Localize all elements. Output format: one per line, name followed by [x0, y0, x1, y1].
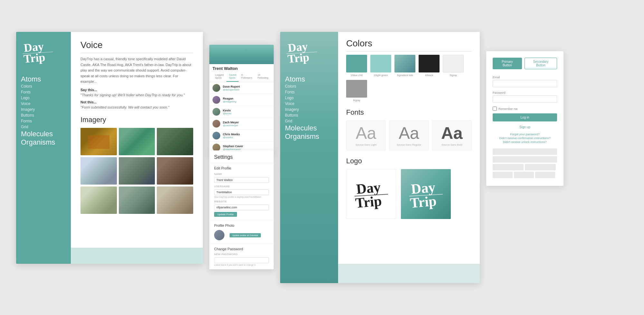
secondary-button[interactable]: Secondary Button	[525, 58, 557, 69]
new-password-input[interactable]	[214, 257, 269, 263]
swatch-box-mint	[370, 55, 391, 72]
change-password-section: Change Password New Password Leave blank…	[209, 243, 274, 269]
login-button[interactable]: Log in	[493, 113, 557, 121]
main-content-3: Colors 1/blue chill 2/light green 3/grad…	[338, 32, 480, 283]
sidebar-item-voice-1[interactable]: Voice	[21, 101, 66, 107]
name-input[interactable]	[214, 177, 269, 183]
settings-edit-profile: Edit Profile Name Username Your DayTrip …	[209, 163, 274, 220]
user-handle-zach: @zachmeyer	[223, 124, 270, 127]
avatar-kevin	[213, 108, 220, 116]
user-name-chris: Chris Meeks	[223, 133, 270, 136]
user-name-dave: Dave Rupert	[223, 85, 270, 88]
bottom-teal-3	[338, 264, 480, 283]
user-info-chris: Chris Meeks @meeks	[223, 133, 270, 139]
sidebar-3-voice[interactable]: Voice	[285, 101, 333, 107]
sidebar-3-fonts[interactable]: Fonts	[285, 89, 333, 95]
username-helper: Your DayTrip profile is daytrip.com/Tren…	[214, 196, 269, 198]
fonts-title: Fonts	[346, 108, 472, 117]
logo-white-bg-svg: Day Trip	[352, 175, 391, 214]
logo-area-3: Day Trip	[285, 38, 333, 65]
gray-block-row-1	[493, 148, 557, 155]
image-4	[80, 157, 117, 185]
image-7	[80, 186, 117, 214]
website-input[interactable]	[214, 205, 269, 210]
no-confirm-link[interactable]: Didn't receive confirmation instructions…	[493, 137, 557, 140]
tab-followers[interactable]: 6 Followers	[239, 72, 255, 82]
swatch-label-teal: 1/blue chill	[351, 74, 363, 77]
username-label: Username	[214, 185, 269, 188]
sidebar-3-logo[interactable]: Logo	[285, 95, 333, 101]
twitter-tabs-row: Logged Spots Saved Spots 6 Followers 14 …	[209, 72, 274, 82]
twitter-user-zach[interactable]: Zach Meyer @zachmeyer	[209, 118, 274, 130]
update-avatar-btn[interactable]: Update avatar at Gravatar	[230, 233, 261, 237]
password-input[interactable]	[493, 95, 557, 103]
say-quote: "Thanks for signing up! We'll holler whe…	[80, 93, 193, 97]
sidebar-molecules-1[interactable]: Molecules	[21, 130, 53, 138]
sidebar-item-logo-1[interactable]: Logo	[21, 95, 66, 101]
user-info-kevin: Kevin @kevin	[223, 109, 270, 115]
bottom-teal-1	[71, 248, 203, 264]
daytrip-logo-1: Day Trip	[21, 38, 56, 64]
nav-atoms-label: Atoms	[21, 75, 66, 83]
daytrip-logo-3: Day Trip	[285, 38, 320, 64]
username-input[interactable]	[214, 189, 269, 195]
sidebar-3-grid[interactable]: Grid	[285, 118, 333, 124]
no-unlock-link[interactable]: Didn't receive unlock instructions?	[493, 140, 557, 144]
sidebar-item-colors-1[interactable]: Colors	[21, 83, 66, 89]
swatch-black: 4/black	[419, 55, 440, 77]
image-3	[157, 128, 193, 155]
card-voice-imagery: Day Trip Atoms Colors Fonts Logo Voice I…	[16, 32, 203, 264]
avatar-chris	[213, 132, 220, 139]
avatar-dave	[213, 84, 220, 92]
swatch-box-lgray	[443, 55, 464, 72]
user-info-stephen: Stephen Caver @stephencaver	[223, 145, 270, 151]
update-profile-btn[interactable]: Update Profile	[214, 212, 237, 217]
sidebar-item-grid-1[interactable]: Grid	[21, 124, 66, 130]
font-card-light: Aa Source Sans Light	[346, 120, 386, 150]
twitter-user-chris[interactable]: Chris Meeks @meeks	[209, 130, 274, 142]
logo-box-teal: Day Trip	[401, 169, 451, 219]
twitter-user-kevin[interactable]: Kevin @kevin	[209, 106, 274, 118]
image-9	[157, 186, 193, 214]
gray-block-3b	[525, 164, 556, 170]
sidebar-item-buttons-1[interactable]: Buttons	[21, 112, 66, 118]
sidebar-item-forms-1[interactable]: Forms	[21, 118, 66, 124]
edit-profile-title: Edit Profile	[214, 166, 269, 170]
sidebar-3-buttons[interactable]: Buttons	[285, 112, 333, 118]
user-handle-kevin: @kevin	[223, 112, 270, 115]
sidebar-item-imagery-1[interactable]: Imagery	[21, 107, 66, 112]
font-name-regular: Source Sans Regular	[393, 143, 424, 146]
sidebar-organisms-1[interactable]: Organisms	[21, 138, 55, 146]
sidebar-3-colors[interactable]: Colors	[285, 83, 333, 89]
password-label: Password	[493, 91, 557, 94]
tab-logged-spots[interactable]: Logged Spots	[213, 72, 226, 82]
imagery-title: Imagery	[80, 116, 193, 124]
sign-up-link[interactable]: Sign up	[493, 125, 557, 129]
swatch-gray: 6/gray	[346, 80, 367, 102]
twitter-user-dave[interactable]: Dave Rupert @darupert000	[209, 82, 274, 94]
twitter-header	[209, 45, 274, 64]
sidebar-3-molecules[interactable]: Molecules	[285, 124, 317, 132]
gray-block-3a	[493, 164, 524, 170]
remember-checkbox[interactable]	[493, 107, 497, 111]
sidebar-item-fonts-1[interactable]: Fonts	[21, 89, 66, 95]
tab-following[interactable]: 14 Following	[255, 72, 271, 82]
card-twitter-settings: Trent Walton Logged Spots Saved Spots 6 …	[209, 45, 274, 269]
profile-avatar	[214, 230, 224, 240]
twitter-user-name-large: Trent Walton	[209, 64, 274, 72]
swatch-label-mint: 2/light green	[374, 74, 388, 77]
user-info-zach: Zach Meyer @zachmeyer	[223, 121, 270, 127]
twitter-user-reagan[interactable]: Reagan @reagoney	[209, 94, 274, 106]
forgot-password-link[interactable]: Forgot your password?	[493, 133, 557, 136]
avatar-zach	[213, 120, 220, 128]
say-label: Say this...	[80, 88, 193, 92]
blank-note: Leave blank if you don't want to change …	[214, 264, 269, 266]
email-input[interactable]	[493, 80, 557, 87]
page-title-voice: Voice	[80, 40, 193, 53]
primary-button[interactable]: Primary Button	[493, 58, 522, 69]
tab-saved-spots[interactable]: Saved Spots	[226, 72, 239, 82]
profile-photo-section: Profile Photo Update avatar at Gravatar	[209, 220, 274, 243]
sidebar-3-imagery[interactable]: Imagery	[285, 107, 333, 112]
sidebar-3-organisms[interactable]: Organisms	[285, 132, 319, 140]
swatch-label-gray: 6/gray	[353, 99, 360, 102]
